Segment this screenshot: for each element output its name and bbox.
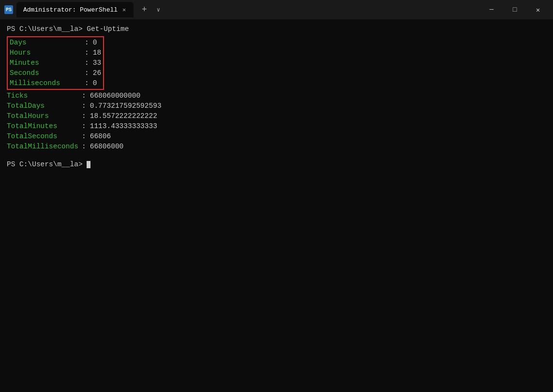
table-row: Seconds : 26 bbox=[10, 68, 101, 78]
titlebar: PS Administrator: PowerShell ✕ + ∨ ─ □ ✕ bbox=[0, 0, 553, 19]
prop-name-milliseconds: Milliseconds bbox=[10, 78, 85, 88]
prop-value-seconds: 26 bbox=[93, 68, 101, 78]
tab-title: Administrator: PowerShell bbox=[23, 6, 118, 14]
prop-name-minutes: Minutes bbox=[10, 58, 85, 68]
powershell-icon: PS bbox=[4, 5, 13, 14]
prop-sep-totaldays: : bbox=[82, 101, 86, 111]
prop-value-hours: 18 bbox=[93, 48, 101, 58]
prop-sep-seconds: : bbox=[85, 68, 89, 78]
table-row: TotalDays : 0.773217592592593 bbox=[7, 101, 546, 111]
table-row: TotalMinutes : 1113.43333333333 bbox=[7, 121, 546, 131]
prop-name-totalminutes: TotalMinutes bbox=[7, 121, 82, 131]
prompt-text-2: PS C:\Users\m__la> bbox=[7, 160, 87, 168]
tab-close-button[interactable]: ✕ bbox=[121, 6, 127, 14]
prop-name-seconds: Seconds bbox=[10, 68, 85, 78]
prop-sep-totalseconds: : bbox=[82, 131, 86, 142]
highlighted-output-box: Days : 0 Hours : 18 Minutes : 33 Seconds… bbox=[7, 36, 104, 90]
prop-name-hours: Hours bbox=[10, 48, 85, 58]
table-row: Milliseconds : 0 bbox=[10, 78, 101, 88]
command-line-2: PS C:\Users\m__la> bbox=[7, 160, 546, 170]
prop-name-totalmilliseconds: TotalMilliseconds bbox=[7, 142, 82, 152]
close-button[interactable]: ✕ bbox=[527, 2, 549, 17]
prop-sep-minutes: : bbox=[85, 58, 89, 68]
prop-name-totalhours: TotalHours bbox=[7, 111, 82, 121]
prop-value-milliseconds: 0 bbox=[93, 78, 97, 88]
prop-sep-days: : bbox=[85, 38, 89, 48]
table-row: TotalHours : 18.5572222222222 bbox=[7, 111, 546, 121]
prop-name-totaldays: TotalDays bbox=[7, 101, 82, 111]
prop-value-totalminutes: 1113.43333333333 bbox=[90, 121, 157, 131]
app-icon: PS bbox=[4, 5, 14, 15]
table-row: TotalSeconds : 66806 bbox=[7, 131, 546, 142]
prop-value-ticks: 668060000000 bbox=[90, 91, 140, 101]
active-tab[interactable]: Administrator: PowerShell ✕ bbox=[16, 2, 134, 17]
prop-value-minutes: 33 bbox=[93, 58, 101, 68]
prop-name-ticks: Ticks bbox=[7, 91, 82, 101]
table-row: Ticks : 668060000000 bbox=[7, 91, 546, 101]
table-row: TotalMilliseconds : 66806000 bbox=[7, 142, 546, 152]
new-tab-button[interactable]: + bbox=[137, 3, 151, 16]
tab-dropdown-button[interactable]: ∨ bbox=[153, 3, 164, 16]
window-controls: ─ □ ✕ bbox=[480, 2, 549, 17]
table-row: Days : 0 bbox=[10, 38, 101, 48]
prop-value-totalmilliseconds: 66806000 bbox=[90, 142, 124, 152]
command-line-1: PS C:\Users\m__la> Get-Uptime bbox=[7, 24, 546, 34]
table-row: Hours : 18 bbox=[10, 48, 101, 58]
cursor bbox=[87, 161, 90, 168]
prop-value-totalhours: 18.5572222222222 bbox=[90, 111, 157, 121]
prop-sep-totalmilliseconds: : bbox=[82, 142, 86, 152]
prop-sep-milliseconds: : bbox=[85, 78, 89, 88]
prop-sep-totalminutes: : bbox=[82, 121, 86, 131]
table-row: Minutes : 33 bbox=[10, 58, 101, 68]
prop-name-days: Days bbox=[10, 38, 85, 48]
prop-value-totaldays: 0.773217592592593 bbox=[90, 101, 162, 111]
terminal-window[interactable]: PS C:\Users\m__la> Get-Uptime Days : 0 H… bbox=[0, 19, 553, 392]
prop-value-days: 0 bbox=[93, 38, 97, 48]
prop-value-totalseconds: 66806 bbox=[90, 131, 111, 142]
prop-sep-totalhours: : bbox=[82, 111, 86, 121]
maximize-button[interactable]: □ bbox=[504, 2, 526, 17]
prop-sep-ticks: : bbox=[82, 91, 86, 101]
prop-sep-hours: : bbox=[85, 48, 89, 58]
prop-name-totalseconds: TotalSeconds bbox=[7, 131, 82, 142]
regular-output: Ticks : 668060000000 TotalDays : 0.77321… bbox=[7, 91, 546, 152]
minimize-button[interactable]: ─ bbox=[480, 2, 503, 17]
